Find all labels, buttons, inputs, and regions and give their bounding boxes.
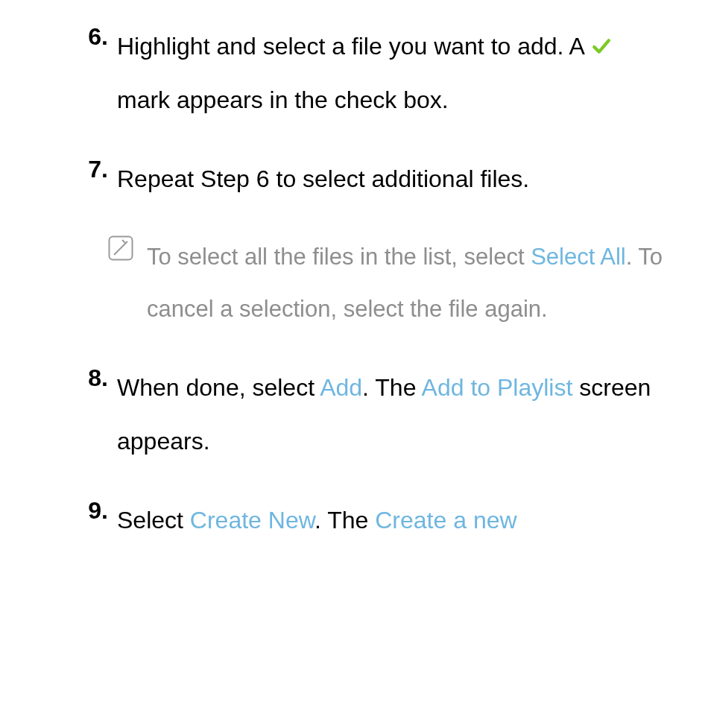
note-body: To select all the files in the list, sel… (147, 231, 666, 335)
step-number: 6. (75, 19, 108, 54)
text: . The (315, 507, 375, 534)
step-7: 7. Repeat Step 6 to select additional fi… (75, 152, 666, 206)
text: mark appears in the check box. (117, 86, 449, 113)
step-6: 6. Highlight and select a file you want … (75, 19, 666, 127)
ui-term-create-new: Create New (190, 507, 315, 534)
step-body: Select Create New. The Create a new (117, 493, 666, 547)
text: To select all the files in the list, sel… (147, 244, 531, 270)
step-8: 8. When done, select Add. The Add to Pla… (75, 361, 666, 468)
ui-term-select-all: Select All (531, 244, 626, 270)
document-page: 6. Highlight and select a file you want … (0, 0, 711, 547)
step-number: 8. (75, 361, 108, 395)
step-body: Highlight and select a file you want to … (117, 19, 666, 127)
text: Select (117, 507, 190, 534)
text: Repeat Step 6 to select additional files… (117, 165, 529, 192)
checkmark-icon (590, 33, 613, 60)
step-number: 7. (75, 152, 108, 186)
ui-term-add-to-playlist: Add to Playlist (422, 374, 573, 401)
ui-term-add: Add (320, 374, 362, 401)
note: To select all the files in the list, sel… (108, 231, 666, 335)
ui-term-create-a-new: Create a new (375, 507, 516, 534)
step-body: Repeat Step 6 to select additional files… (117, 152, 666, 206)
step-9: 9. Select Create New. The Create a new (75, 493, 666, 547)
text: . The (362, 374, 421, 401)
note-icon (108, 235, 133, 261)
text: When done, select (117, 374, 320, 401)
text: Highlight and select a file you want to … (117, 33, 590, 60)
step-body: When done, select Add. The Add to Playli… (117, 361, 666, 468)
step-number: 9. (75, 493, 108, 528)
